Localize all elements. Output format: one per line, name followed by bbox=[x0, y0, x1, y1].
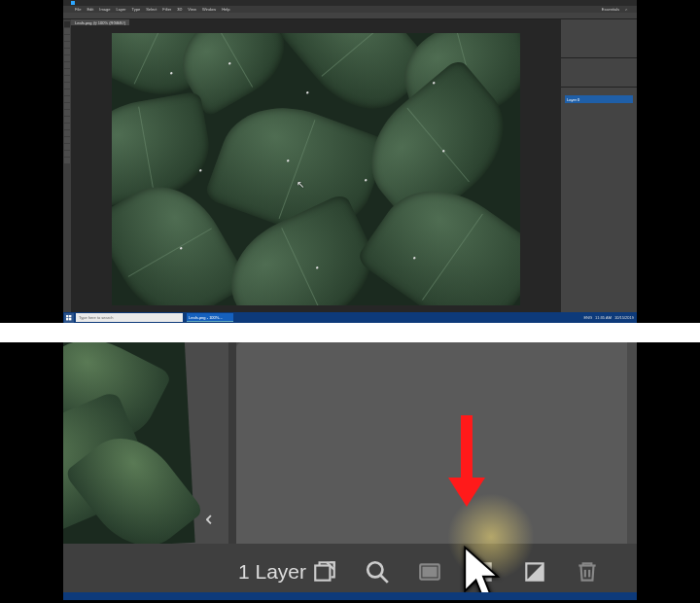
photoshop-window: File Edit Image Layer Type Select Filter… bbox=[63, 0, 637, 323]
canvas-corner bbox=[63, 342, 195, 550]
right-panels: Layer 0 bbox=[561, 19, 637, 313]
mouse-cursor-icon: ↖ bbox=[297, 179, 304, 190]
workspace-switcher[interactable]: Essentials bbox=[602, 7, 619, 12]
tool-hand[interactable] bbox=[64, 144, 70, 150]
tray-time[interactable]: 11:35 AM bbox=[595, 315, 612, 320]
system-tray: ENG 11:35 AM 10/15/2019 bbox=[583, 315, 637, 320]
start-button[interactable] bbox=[64, 313, 74, 323]
svg-rect-4 bbox=[315, 566, 330, 581]
tool-crop[interactable] bbox=[64, 49, 70, 54]
menu-edit[interactable]: Edit bbox=[87, 7, 93, 12]
menu-file[interactable]: File bbox=[75, 7, 81, 12]
layers-panel[interactable]: Layer 0 bbox=[561, 88, 637, 313]
link-layers-icon[interactable] bbox=[312, 559, 337, 585]
delete-layer-icon[interactable] bbox=[575, 559, 600, 585]
layer-style-icon[interactable] bbox=[417, 559, 442, 585]
canvas-area: Leafs.png @ 100% (RGB/8#) bbox=[71, 19, 561, 313]
menu-view[interactable]: View bbox=[188, 7, 196, 12]
menu-select[interactable]: Select bbox=[146, 7, 157, 12]
tool-move[interactable] bbox=[64, 21, 70, 27]
taskbar-app-photoshop[interactable]: Leafs.png - 100%... bbox=[187, 313, 233, 322]
layer-count-label: 1 Layer bbox=[238, 560, 306, 584]
svg-rect-8 bbox=[424, 568, 437, 577]
tool-history-brush[interactable] bbox=[64, 83, 70, 89]
panel-divider bbox=[228, 342, 236, 544]
svg-point-5 bbox=[368, 562, 382, 577]
tool-shape[interactable] bbox=[64, 137, 70, 143]
menu-type[interactable]: Type bbox=[132, 7, 141, 12]
menu-layer[interactable]: Layer bbox=[116, 7, 125, 12]
tool-healing[interactable] bbox=[64, 62, 70, 68]
color-panel[interactable] bbox=[561, 19, 637, 58]
tool-path[interactable] bbox=[64, 130, 70, 136]
options-bar bbox=[63, 13, 637, 19]
tray-date[interactable]: 10/15/2019 bbox=[614, 315, 634, 320]
menu-3d[interactable]: 3D bbox=[177, 7, 182, 12]
tool-dodge[interactable] bbox=[64, 110, 70, 116]
tool-blur[interactable] bbox=[64, 103, 70, 109]
tool-quick-select[interactable] bbox=[64, 42, 70, 48]
menu-image[interactable]: Image bbox=[99, 7, 110, 12]
tool-clone[interactable] bbox=[64, 76, 70, 82]
svg-rect-1 bbox=[69, 315, 71, 317]
canvas[interactable]: ↖ bbox=[112, 33, 520, 305]
tool-type[interactable] bbox=[64, 124, 70, 129]
tool-pen[interactable] bbox=[64, 117, 70, 123]
chevron-down-icon[interactable]: ⌄ bbox=[200, 511, 226, 528]
svg-rect-2 bbox=[66, 318, 68, 320]
windows-taskbar bbox=[63, 592, 637, 600]
svg-rect-3 bbox=[69, 318, 71, 320]
new-fill-adjustment-icon[interactable] bbox=[522, 559, 547, 585]
search-icon[interactable]: ⌕ bbox=[625, 7, 627, 12]
tool-zoom[interactable] bbox=[64, 151, 70, 157]
tool-brush[interactable] bbox=[64, 69, 70, 75]
menu-window[interactable]: Window bbox=[202, 7, 216, 12]
menu-filter[interactable]: Filter bbox=[162, 7, 171, 12]
photoshop-logo-icon bbox=[71, 1, 75, 5]
svg-line-6 bbox=[380, 575, 388, 583]
layer-row[interactable]: Layer 0 bbox=[565, 95, 633, 103]
zoom-detail-view: ⌄ › 1 Layer bbox=[63, 342, 637, 600]
image-separator bbox=[0, 323, 700, 342]
layers-panel-body[interactable] bbox=[236, 342, 627, 544]
windows-taskbar: Type here to search Leafs.png - 100%... … bbox=[63, 312, 637, 323]
tool-eraser[interactable] bbox=[64, 89, 70, 95]
tool-marquee[interactable] bbox=[64, 28, 70, 34]
tool-foreground[interactable] bbox=[64, 158, 70, 163]
menu-bar: File Edit Image Layer Type Select Filter… bbox=[63, 6, 637, 13]
zoom-icon[interactable] bbox=[365, 559, 390, 585]
tool-lasso[interactable] bbox=[64, 35, 70, 41]
windows-logo-icon bbox=[66, 315, 72, 321]
taskbar-search[interactable]: Type here to search bbox=[76, 313, 183, 322]
menu-help[interactable]: Help bbox=[222, 7, 229, 12]
swatches-panel[interactable] bbox=[561, 58, 637, 88]
tool-gradient[interactable] bbox=[64, 96, 70, 102]
tool-eyedropper[interactable] bbox=[64, 55, 70, 61]
tools-panel bbox=[63, 19, 71, 313]
document-tab[interactable]: Leafs.png @ 100% (RGB/8#) bbox=[71, 19, 129, 25]
svg-rect-0 bbox=[66, 315, 68, 317]
tray-lang[interactable]: ENG bbox=[583, 315, 592, 320]
